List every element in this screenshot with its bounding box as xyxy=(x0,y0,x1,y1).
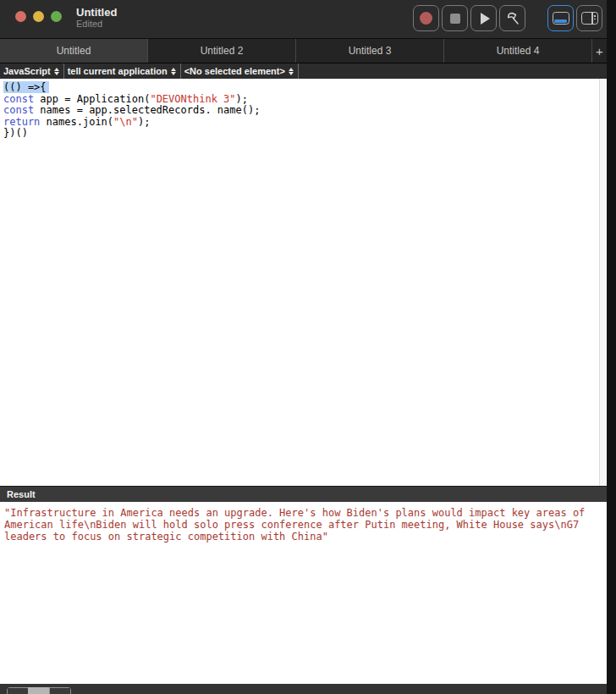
minimize-window-button[interactable] xyxy=(33,11,44,22)
code-line: const names = app.selectedRecords. name(… xyxy=(3,105,607,117)
play-icon xyxy=(481,13,490,25)
screen: Untitled Edited xyxy=(0,0,616,694)
add-tab-button[interactable]: + xyxy=(592,39,607,63)
window-edited-status: Edited xyxy=(76,19,117,30)
zoom-window-button[interactable] xyxy=(51,11,62,22)
tab-label: Untitled xyxy=(57,45,91,57)
tab-untitled-3[interactable]: Untitled 3 xyxy=(296,39,444,63)
accessory-view-icon xyxy=(581,12,598,25)
code-token-kw: const xyxy=(3,93,34,105)
tab-label: Untitled 4 xyxy=(497,45,540,57)
stop-button[interactable] xyxy=(442,5,468,31)
code-line: const app = Application("DEVONthink 3"); xyxy=(3,94,607,106)
code-token-plain: names.join( xyxy=(40,116,113,128)
code-token-str: "\n" xyxy=(113,116,138,128)
code-line: (() =>{ xyxy=(3,82,607,94)
tab-untitled[interactable]: Untitled xyxy=(0,39,148,63)
tab-untitled-2[interactable]: Untitled 2 xyxy=(148,39,296,63)
window-title: Untitled xyxy=(76,6,117,19)
code-line: })() xyxy=(3,128,607,140)
bottom-pane-icon xyxy=(553,12,569,25)
show-bottom-pane-button[interactable] xyxy=(547,5,574,31)
background-strip xyxy=(607,0,616,694)
bottom-status-bar xyxy=(0,684,607,694)
popup-nav-bar: JavaScript tell current application <No … xyxy=(0,63,607,79)
language-popup-label: JavaScript xyxy=(3,66,51,76)
result-pane-header: Result xyxy=(0,486,607,502)
updown-arrows-icon xyxy=(289,68,294,75)
segment-result[interactable] xyxy=(28,687,49,694)
stop-icon xyxy=(450,14,460,24)
code-token-plain: app = Application( xyxy=(34,93,150,105)
toolbar xyxy=(410,5,602,31)
result-pane: "Infrastructure in America needs an upgr… xyxy=(0,502,607,684)
code-token-kw: const xyxy=(3,104,34,116)
title-bar: Untitled Edited xyxy=(0,0,607,39)
result-output-text: "Infrastructure in America needs an upgr… xyxy=(4,508,598,543)
updown-arrows-icon xyxy=(54,68,59,75)
code-token-plain: names = app.selectedRecords. name(); xyxy=(34,104,260,116)
code-token-plain: ); xyxy=(138,116,150,128)
segment-log[interactable] xyxy=(49,687,71,694)
compile-button[interactable] xyxy=(499,5,525,31)
tab-label: Untitled 3 xyxy=(349,45,392,57)
selected-element-popup-label: <No selected element> xyxy=(184,66,285,76)
tab-bar: UntitledUntitled 2Untitled 3Untitled 4+ xyxy=(0,39,607,63)
target-application-popup[interactable]: tell current application xyxy=(64,63,181,79)
selected-text: (() =>{ xyxy=(3,81,49,93)
tab-untitled-4[interactable]: Untitled 4 xyxy=(444,39,592,63)
tab-label: Untitled 2 xyxy=(201,45,244,57)
code-editor[interactable]: (() =>{const app = Application("DEVONthi… xyxy=(0,79,607,486)
run-button[interactable] xyxy=(470,5,497,31)
selected-element-popup[interactable]: <No selected element> xyxy=(181,63,299,79)
updown-arrows-icon xyxy=(171,68,176,75)
code-line: return names.join("\n"); xyxy=(3,117,607,129)
script-editor-window: Untitled Edited xyxy=(0,0,607,694)
code-token-plain: (() =>{ xyxy=(3,81,47,93)
code-token-plain: ); xyxy=(236,93,248,105)
window-title-block: Untitled Edited xyxy=(76,6,117,30)
traffic-lights xyxy=(15,11,62,22)
hammer-icon xyxy=(504,10,521,27)
code-token-str: "DEVONthink 3" xyxy=(150,93,235,105)
record-button[interactable] xyxy=(413,5,439,31)
close-window-button[interactable] xyxy=(15,11,26,22)
record-icon xyxy=(420,12,432,25)
language-popup[interactable]: JavaScript xyxy=(0,63,64,79)
segment-description[interactable] xyxy=(7,687,28,694)
code-token-kw: return xyxy=(3,116,40,128)
show-accessory-view-button[interactable] xyxy=(576,5,602,31)
code-editor-scrollbar[interactable] xyxy=(599,79,606,486)
result-pane-title: Result xyxy=(7,489,36,499)
target-application-popup-label: tell current application xyxy=(68,66,168,76)
result-view-segmented-control xyxy=(7,687,71,694)
code-token-plain: })() xyxy=(3,127,28,139)
